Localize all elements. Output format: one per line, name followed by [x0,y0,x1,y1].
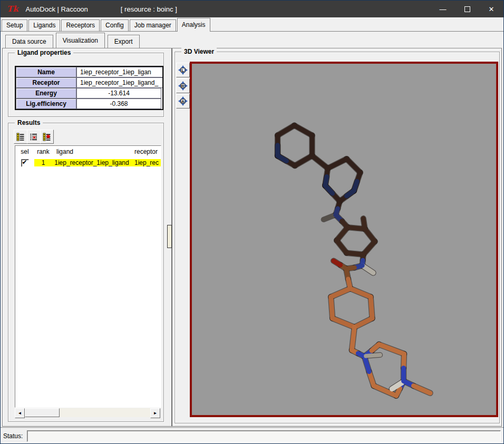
tab-job-manager[interactable]: Job manager [130,19,176,31]
column-header-rank[interactable]: rank [34,148,52,155]
svg-text:L: L [182,68,185,73]
tab-config[interactable]: Config [101,19,129,31]
visualization-page: Ligand properties Name 1iep_receptor_1ie… [2,48,502,427]
list-view-icon [16,133,25,141]
row-checkbox[interactable]: ✔ [21,159,29,167]
prop-energy-value: -13.614 [76,88,161,98]
table-row: Name 1iep_receptor_1iep_ligan [16,67,162,77]
column-header-sel[interactable]: sel [15,148,34,155]
prop-name-value: 1iep_receptor_1iep_ligan [76,67,163,77]
statusbar: Status: [1,427,503,443]
checkmark-icon: ✔ [22,159,27,166]
main-tab-bar: Setup Ligands Receptors Config Job manag… [1,17,503,32]
prop-energy-label: Energy [16,88,76,98]
table-row: Receptor 1iep_receptor_1iep_ligand_ [16,77,162,88]
center-receptor-button[interactable]: R [176,78,190,93]
column-header-receptor[interactable]: receptor [131,148,161,155]
viewer-group: 3D Viewer L R [175,52,500,423]
scroll-left-button[interactable]: ◄ [15,408,25,418]
pan-arrows-icon: L [178,65,188,75]
table-row: Lig.efficiency -0.368 [16,98,162,109]
arrow-right-icon: ► [153,411,158,416]
svg-text:A: A [181,99,185,104]
row-receptor-cell: 1iep_rec [131,159,161,166]
scrollbar-thumb[interactable] [25,408,60,417]
row-select-cell: ✔ [15,159,34,166]
results-table-header: sel rank ligand receptor [15,146,161,157]
table-row: Energy -13.614 [16,88,162,98]
results-list-view-button[interactable] [14,130,27,144]
maximize-icon [464,6,470,12]
tab-setup[interactable]: Setup [2,19,27,31]
maximize-button[interactable] [455,1,479,17]
tab-analysis[interactable]: Analysis [177,18,210,32]
tab-ligands[interactable]: Ligands [28,19,60,31]
minimize-button[interactable]: — [431,1,455,17]
list-star-icon [43,133,51,141]
prop-ligeff-label: Lig.efficiency [16,98,76,109]
arrow-left-icon: ◄ [18,411,22,416]
titlebar: Tk AutoDock | Raccoon [ resource : boinc… [1,1,503,17]
window-title: AutoDock | Raccoon [26,5,88,13]
tab-data-source[interactable]: Data source [5,35,53,48]
column-header-ligand[interactable]: ligand [52,148,131,155]
row-ligand-cell: 1iep_receptor_1iep_ligand [52,159,131,166]
viewer-canvas[interactable] [190,62,498,417]
svg-text:R: R [181,84,185,88]
tab-receptors[interactable]: Receptors [61,19,100,31]
pan-arrows-icon: R [178,81,188,91]
results-star-button[interactable] [40,130,54,144]
pan-arrows-icon: A [178,96,188,106]
molecule-svg [192,64,496,415]
results-delete-button[interactable] [27,130,41,144]
results-table[interactable]: sel rank ligand receptor ✔ 1 1iep_recept… [15,145,161,408]
tab-visualization[interactable]: Visualization [56,33,105,48]
row-rank-cell: 1 [34,159,52,166]
tab-export[interactable]: Export [108,35,140,48]
window-controls: — ✕ [431,1,503,17]
ligand-properties-title: Ligand properties [15,49,73,56]
prop-name-label: Name [16,67,76,77]
resource-label: [ resource : boinc ] [121,5,177,13]
tk-logo-icon: Tk [7,4,18,14]
ligand-properties-table: Name 1iep_receptor_1iep_ligan Receptor 1… [15,66,163,110]
viewer-title: 3D Viewer [181,48,217,55]
ligand-properties-group: Ligand properties Name 1iep_receptor_1ie… [8,53,164,117]
results-title: Results [15,119,43,126]
center-ligand-button[interactable]: L [176,63,190,77]
results-row[interactable]: ✔ 1 1iep_receptor_1iep_ligand 1iep_rec [15,157,161,168]
status-label: Status: [3,432,23,440]
center-all-button[interactable]: A [176,94,190,108]
prop-receptor-label: Receptor [16,77,76,88]
pane-divider-grip[interactable] [167,225,172,248]
prop-receptor-value: 1iep_receptor_1iep_ligand_ [76,77,163,88]
close-button[interactable]: ✕ [479,1,503,17]
status-field [27,430,501,442]
scroll-right-button[interactable]: ► [150,408,160,418]
analysis-sub-tab-bar: Data source Visualization Export [2,32,502,48]
app-window: Tk AutoDock | Raccoon [ resource : boinc… [0,0,504,444]
prop-ligeff-value: -0.368 [76,98,161,109]
list-delete-icon [30,133,38,141]
scrollbar-track[interactable] [60,408,150,417]
results-horizontal-scrollbar[interactable]: ◄ ► [15,408,160,417]
results-group: Results [8,123,164,422]
